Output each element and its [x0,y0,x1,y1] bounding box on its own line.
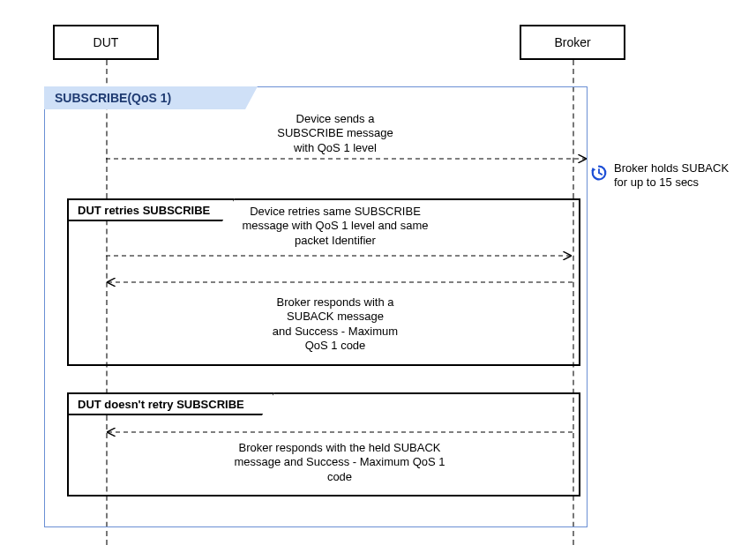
msg-initial-subscribe-text: Device sends aSUBSCRIBE messagewith QoS … [277,112,393,154]
clock-icon [589,163,609,185]
msg-initial-subscribe: Device sends aSUBSCRIBE messagewith QoS … [238,112,432,155]
msg-held-suback-text: Broker responds with the held SUBACKmess… [234,441,445,483]
frame-dut-retries-title: DUT retries SUBSCRIBE [67,198,235,221]
msg-suback-after-retry: Broker responds with aSUBACK messageand … [238,295,432,353]
msg-retry-subscribe: Device retries same SUBSCRIBEmessage wit… [212,205,459,248]
msg-suback-after-retry-text: Broker responds with aSUBACK messageand … [273,295,398,352]
actor-dut: DUT [53,25,159,60]
msg-held-suback: Broker responds with the held SUBACKmess… [203,441,476,484]
actor-dut-label: DUT [94,35,119,49]
actor-broker: Broker [520,25,625,60]
svg-line-2 [599,173,602,175]
note-hold-suback-text: Broker holds SUBACKfor up to 15 secs [614,161,729,189]
frame-subscribe-qos1-title: SUBSCRIBE(QoS 1) [44,86,258,109]
frame-dut-no-retry-title: DUT doesn't retry SUBSCRIBE [67,392,274,415]
sequence-diagram-canvas: DUT Broker SUBSCRIBE(QoS 1) DUT retries … [0,0,756,560]
note-hold-suback: Broker holds SUBACKfor up to 15 secs [614,161,751,190]
actor-broker-label: Broker [554,35,590,49]
msg-retry-subscribe-text: Device retries same SUBSCRIBEmessage wit… [243,205,429,247]
